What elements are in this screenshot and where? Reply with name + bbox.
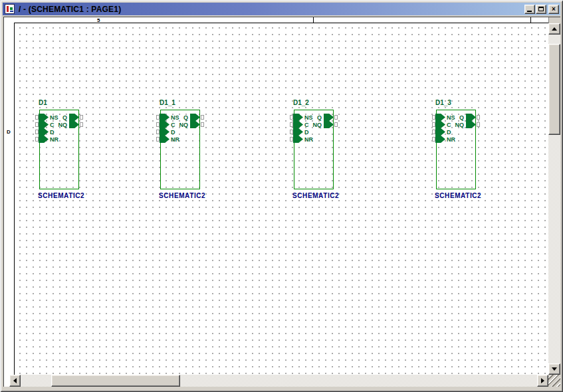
pin-connection-square[interactable]: [80, 122, 83, 127]
pin-label: D: [304, 129, 309, 136]
scroll-left-button[interactable]: [9, 375, 21, 387]
close-button[interactable]: ×: [548, 5, 559, 14]
pin-label: NR: [447, 136, 455, 143]
pin-connection-square[interactable]: [290, 137, 293, 142]
arrow-right-icon: [541, 378, 544, 383]
pin-connection-square[interactable]: [156, 122, 160, 127]
pin-connection-square[interactable]: [477, 115, 480, 120]
maximize-icon: [538, 7, 544, 11]
pin-connection-square[interactable]: [35, 115, 39, 120]
pin-connection-square[interactable]: [35, 122, 39, 127]
resize-grip[interactable]: [548, 375, 560, 387]
schematic-canvas[interactable]: D1 SCHEMATIC2 NSCDNRQNQ D1_1 SCHEMATIC2 …: [15, 23, 548, 375]
horizontal-scroll-thumb[interactable]: [51, 375, 180, 387]
vertical-ruler: D: [4, 23, 15, 375]
pin-q[interactable]: Q: [160, 114, 204, 121]
pin-label: NR: [304, 136, 313, 143]
pin-nq[interactable]: NQ: [160, 121, 204, 128]
pin-label: NQ: [58, 122, 68, 128]
pin-connection-square[interactable]: [156, 115, 160, 120]
pin-label: NR: [50, 136, 58, 143]
pin-arrow-icon: [190, 114, 200, 121]
pin-q[interactable]: Q: [39, 114, 83, 121]
pin-connection-square[interactable]: [80, 115, 83, 120]
pin-label: NQ: [313, 122, 322, 128]
pin-label: D: [171, 129, 175, 136]
pin-connection-square[interactable]: [432, 122, 435, 127]
schematic-document-icon[interactable]: [5, 4, 15, 14]
pin-arrow-icon: [466, 114, 476, 121]
pin-connection-square[interactable]: [290, 130, 293, 134]
pin-connection-square[interactable]: [432, 115, 435, 120]
pin-label: NR: [171, 136, 179, 143]
pin-arrow-icon: [466, 121, 476, 128]
block-reference-label: D1: [39, 99, 47, 106]
pin-connection-square[interactable]: [334, 115, 338, 120]
pin-q[interactable]: Q: [436, 114, 480, 121]
block-schematic-label: SCHEMATIC2: [38, 192, 84, 199]
maximize-button[interactable]: [536, 5, 546, 14]
pin-connection-square[interactable]: [477, 122, 480, 127]
horizontal-ruler: 5: [4, 17, 548, 23]
schematic-editor-window: / - (SCHEMATIC1 : PAGE1) × 5 D D1: [0, 0, 563, 392]
block-reference-label: D1_1: [160, 99, 175, 106]
pin-arrow-icon: [190, 121, 200, 128]
icon-detail: [7, 6, 9, 12]
ruler-corner: [548, 17, 560, 23]
vertical-scrollbar: [548, 23, 560, 375]
block-schematic-label: SCHEMATIC2: [435, 192, 481, 199]
pin-label: NQ: [179, 122, 189, 128]
title-bar[interactable]: / - (SCHEMATIC1 : PAGE1) ×: [3, 3, 560, 15]
close-icon: ×: [552, 6, 556, 13]
pin-nq[interactable]: NQ: [436, 121, 480, 128]
pin-connection-square[interactable]: [432, 130, 435, 134]
scroll-down-button[interactable]: [548, 363, 560, 375]
pin-label: Q: [62, 114, 67, 121]
hierarchical-block[interactable]: D1_2 SCHEMATIC2 NSCDNRQNQ: [294, 99, 334, 205]
pin-arrow-icon: [324, 121, 334, 128]
vertical-scroll-thumb[interactable]: [548, 44, 560, 135]
pin-label: Q: [183, 114, 188, 121]
window-controls: ×: [524, 5, 559, 14]
pin-label: Q: [317, 114, 322, 121]
scroll-right-button[interactable]: [537, 375, 548, 387]
window-title: / - (SCHEMATIC1 : PAGE1): [19, 5, 524, 14]
pin-arrow-icon: [324, 114, 334, 121]
pin-connection-square[interactable]: [290, 122, 293, 127]
pin-arrow-icon: [69, 114, 79, 121]
scroll-up-button[interactable]: [548, 23, 560, 35]
ruler-row-label: D: [7, 129, 11, 135]
pin-connection-square[interactable]: [156, 130, 160, 134]
block-reference-label: D1_3: [435, 99, 451, 106]
arrow-down-icon: [552, 367, 557, 371]
pin-nq[interactable]: NQ: [294, 121, 338, 128]
block-schematic-label: SCHEMATIC2: [292, 192, 339, 199]
pin-nq[interactable]: NQ: [39, 121, 83, 128]
pin-label: NQ: [455, 122, 465, 128]
icon-detail: [10, 7, 13, 10]
arrow-up-icon: [552, 27, 557, 31]
pin-connection-square[interactable]: [432, 137, 435, 142]
pin-connection-square[interactable]: [156, 137, 160, 142]
pin-arrow-icon: [69, 121, 79, 128]
pin-q[interactable]: Q: [294, 114, 338, 121]
icon-detail: [10, 11, 13, 12]
pin-label: Q: [459, 114, 464, 121]
block-reference-label: D1_2: [293, 99, 309, 106]
block-schematic-label: SCHEMATIC2: [159, 192, 205, 199]
pin-connection-square[interactable]: [334, 122, 338, 127]
minimize-icon: [527, 11, 532, 12]
horizontal-scrollbar: [9, 375, 548, 387]
pin-connection-square[interactable]: [35, 137, 39, 142]
minimize-button[interactable]: [524, 5, 535, 14]
hierarchical-block[interactable]: D1 SCHEMATIC2 NSCDNRQNQ: [39, 99, 79, 205]
editor-client-area: 5 D D1 SCHEMATIC2 NSCDNRQNQ D1_1 SCHEMAT…: [3, 17, 560, 387]
pin-label: D: [50, 129, 55, 136]
hierarchical-block[interactable]: D1_3 SCHEMATIC2 NSCDNRQNQ: [436, 99, 476, 205]
hierarchical-block[interactable]: D1_1 SCHEMATIC2 NSCDNRQNQ: [160, 99, 200, 205]
pin-connection-square[interactable]: [290, 115, 293, 120]
arrow-left-icon: [13, 378, 17, 383]
pin-connection-square[interactable]: [35, 130, 39, 134]
pin-connection-square[interactable]: [201, 122, 204, 127]
pin-connection-square[interactable]: [201, 115, 204, 120]
